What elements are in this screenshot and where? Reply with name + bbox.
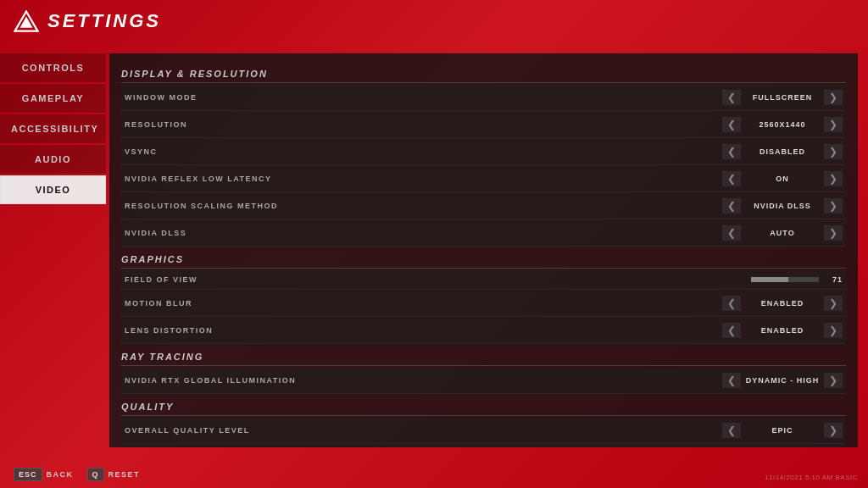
setting-label-lens-distortion: LENS DISTORTION xyxy=(125,326,707,335)
setting-row-nvidia-rtx: NVIDIA RTX GLOBAL ILLUMINATION❮Dynamic -… xyxy=(121,368,846,394)
sidebar-item-gameplay[interactable]: GAMEPLAY xyxy=(0,84,106,113)
section-header-display-resolution: DISPLAY & RESOLUTION xyxy=(121,62,846,83)
footer: ESC BACK Q RESET xyxy=(14,468,140,481)
setting-row-motion-blur: MOTION BLUR❮Enabled❯ xyxy=(121,291,846,317)
sidebar-item-audio[interactable]: AUDIO xyxy=(0,145,106,174)
setting-label-overall-quality: OVERALL QUALITY LEVEL xyxy=(125,426,707,435)
reset-label: RESET xyxy=(108,470,141,479)
chevron-left-motion-blur[interactable]: ❮ xyxy=(722,296,741,311)
setting-control-resolution-scaling: ❮NVIDIA DLSS❯ xyxy=(707,198,843,214)
section-header-graphics: GRAPHICS xyxy=(121,247,846,269)
setting-row-window-mode: WINDOW MODE❮Fullscreen❯ xyxy=(121,85,846,111)
slider-value-fov: 71 xyxy=(826,275,843,284)
setting-value-overall-quality: Epic xyxy=(744,426,821,435)
setting-control-resolution: ❮2560x1440❯ xyxy=(707,117,843,132)
apex-logo-icon xyxy=(14,10,39,32)
chevron-right-resolution-scaling[interactable]: ❯ xyxy=(824,198,843,214)
slider-fill-fov xyxy=(751,277,788,282)
chevron-left-window-mode[interactable]: ❮ xyxy=(722,90,741,105)
setting-row-fov: FIELD OF VIEW71 xyxy=(121,270,846,290)
chevron-left-nvidia-dlss[interactable]: ❮ xyxy=(722,225,741,241)
setting-control-vsync: ❮Disabled❯ xyxy=(707,144,843,159)
setting-label-resolution: RESOLUTION xyxy=(125,120,707,129)
setting-row-lens-distortion: LENS DISTORTION❮Enabled❯ xyxy=(121,318,846,344)
setting-label-nvidia-reflex: NVIDIA REFLEX LOW LATENCY xyxy=(125,175,707,183)
reset-key: Q xyxy=(87,468,104,481)
chevron-left-lens-distortion[interactable]: ❮ xyxy=(722,323,741,338)
reset-button[interactable]: Q RESET xyxy=(87,468,141,481)
setting-label-vsync: VSYNC xyxy=(125,147,707,156)
setting-label-window-mode: WINDOW MODE xyxy=(125,93,707,102)
chevron-right-nvidia-rtx[interactable]: ❯ xyxy=(824,373,843,388)
chevron-left-resolution-scaling[interactable]: ❮ xyxy=(722,198,741,214)
setting-value-resolution-scaling: NVIDIA DLSS xyxy=(744,202,821,210)
section-header-ray-tracing: RAY TRACING xyxy=(121,345,846,366)
setting-label-fov: FIELD OF VIEW xyxy=(125,275,707,284)
setting-row-nvidia-reflex: NVIDIA REFLEX LOW LATENCY❮On❯ xyxy=(121,166,846,192)
setting-row-resolution: RESOLUTION❮2560x1440❯ xyxy=(121,112,846,138)
chevron-right-lens-distortion[interactable]: ❯ xyxy=(824,323,843,338)
chevron-left-vsync[interactable]: ❮ xyxy=(722,144,741,159)
setting-value-motion-blur: Enabled xyxy=(744,299,821,308)
setting-value-nvidia-dlss: Auto xyxy=(744,229,821,237)
chevron-left-resolution[interactable]: ❮ xyxy=(722,117,741,132)
sidebar-item-accessibility[interactable]: ACCESSIBILITY xyxy=(0,114,106,143)
setting-row-overall-quality: OVERALL QUALITY LEVEL❮Epic❯ xyxy=(121,418,846,444)
chevron-left-nvidia-rtx[interactable]: ❮ xyxy=(722,373,741,388)
setting-control-lens-distortion: ❮Enabled❯ xyxy=(707,323,843,338)
chevron-right-resolution[interactable]: ❯ xyxy=(824,117,843,132)
section-header-quality: QUALITY xyxy=(121,395,846,416)
timestamp: 11/14/2021 5:10 AM BASIC xyxy=(765,474,858,481)
chevron-right-window-mode[interactable]: ❯ xyxy=(824,90,843,105)
chevron-right-nvidia-dlss[interactable]: ❯ xyxy=(824,225,843,241)
setting-value-lens-distortion: Enabled xyxy=(744,326,821,335)
setting-label-motion-blur: MOTION BLUR xyxy=(125,299,707,308)
setting-value-nvidia-rtx: Dynamic - High xyxy=(744,376,821,385)
chevron-left-overall-quality[interactable]: ❮ xyxy=(722,423,741,438)
main-container: CONTROLSGAMEPLAYACCESSIBILITYAUDIOVIDEO … xyxy=(0,47,868,454)
setting-row-nvidia-dlss: NVIDIA DLSS❮Auto❯ xyxy=(121,220,846,247)
slider-control-fov[interactable]: 71 xyxy=(707,275,843,284)
slider-track-fov[interactable] xyxy=(751,277,819,282)
sidebar-item-controls[interactable]: CONTROLS xyxy=(0,53,106,82)
chevron-right-overall-quality[interactable]: ❯ xyxy=(824,423,843,438)
setting-control-overall-quality: ❮Epic❯ xyxy=(707,423,843,438)
setting-control-window-mode: ❮Fullscreen❯ xyxy=(707,90,843,105)
setting-control-motion-blur: ❮Enabled❯ xyxy=(707,296,843,311)
setting-row-view-distance: VIEW DISTANCE❮Epic❯ xyxy=(121,445,846,447)
setting-row-vsync: VSYNC❮Disabled❯ xyxy=(121,139,846,165)
setting-value-resolution: 2560x1440 xyxy=(744,120,821,129)
setting-control-nvidia-reflex: ❮On❯ xyxy=(707,171,843,186)
setting-label-nvidia-dlss: NVIDIA DLSS xyxy=(125,229,707,237)
setting-control-nvidia-rtx: ❮Dynamic - High❯ xyxy=(707,373,843,388)
chevron-right-nvidia-reflex[interactable]: ❯ xyxy=(824,171,843,186)
page-title: SETTINGS xyxy=(47,10,161,32)
chevron-left-nvidia-reflex[interactable]: ❮ xyxy=(722,171,741,186)
back-button[interactable]: ESC BACK xyxy=(14,468,74,481)
chevron-right-motion-blur[interactable]: ❯ xyxy=(824,296,843,311)
setting-control-nvidia-dlss: ❮Auto❯ xyxy=(707,225,843,241)
header: SETTINGS xyxy=(14,10,161,32)
back-label: BACK xyxy=(47,470,74,479)
chevron-right-vsync[interactable]: ❯ xyxy=(824,144,843,159)
sidebar-item-video[interactable]: VIDEO xyxy=(0,175,106,204)
setting-label-resolution-scaling: RESOLUTION SCALING METHOD xyxy=(125,202,707,210)
setting-label-nvidia-rtx: NVIDIA RTX GLOBAL ILLUMINATION xyxy=(125,376,707,385)
back-key: ESC xyxy=(14,468,42,481)
setting-value-vsync: Disabled xyxy=(744,147,821,156)
setting-row-resolution-scaling: RESOLUTION SCALING METHOD❮NVIDIA DLSS❯ xyxy=(121,193,846,219)
setting-value-window-mode: Fullscreen xyxy=(744,93,821,102)
setting-value-nvidia-reflex: On xyxy=(744,175,821,183)
sidebar: CONTROLSGAMEPLAYACCESSIBILITYAUDIOVIDEO xyxy=(0,47,106,454)
content-panel[interactable]: DISPLAY & RESOLUTIONWINDOW MODE❮Fullscre… xyxy=(109,53,858,447)
